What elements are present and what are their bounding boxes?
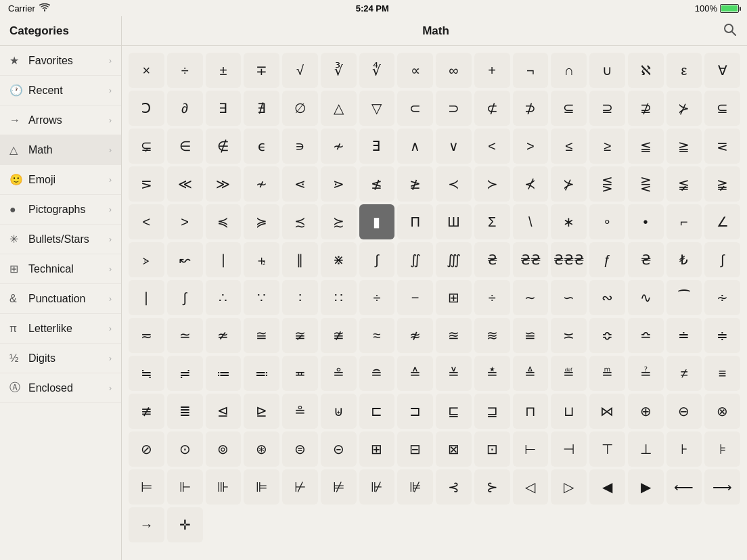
symbol-cell-r7c8[interactable]: ≂ [129, 318, 164, 353]
symbol-cell-r0c13[interactable]: ℵ [628, 53, 664, 88]
symbol-cell-r8c8[interactable]: ≑ [704, 318, 740, 353]
symbol-cell-r9c12[interactable]: ⊴ [206, 394, 242, 429]
symbol-cell-r12c12[interactable]: ⟶ [704, 469, 740, 505]
symbol-cell-r4c1[interactable]: ⋛ [628, 166, 664, 202]
symbol-cell-r8c11[interactable]: ≔ [206, 356, 242, 391]
symbol-cell-r8c14[interactable]: ≗ [321, 356, 357, 391]
symbol-cell-r7c10[interactable]: ≄ [206, 318, 242, 353]
symbol-cell-r2c8[interactable]: Ǝ [359, 129, 395, 164]
symbol-cell-r10c6[interactable]: ⊔ [551, 394, 587, 429]
symbol-cell-r7c3[interactable]: ∽ [551, 280, 587, 315]
symbol-cell-r9c3[interactable]: ≛ [474, 356, 510, 391]
symbol-cell-r1c10[interactable]: ⊄ [474, 91, 510, 126]
symbol-cell-r11c12[interactable]: ⊨ [129, 469, 164, 505]
sidebar-item-digits[interactable]: ½ Digits › [0, 344, 121, 373]
symbol-cell-r3c14[interactable]: ⊁ [551, 166, 587, 202]
symbol-cell-r6c5[interactable]: ₺ [666, 242, 702, 277]
symbol-cell-r0c0[interactable]: × [129, 53, 164, 88]
symbol-cell-r5c9[interactable]: ⨧ [244, 242, 279, 277]
sidebar-item-pictographs[interactable]: ● Pictographs › [0, 195, 121, 225]
sidebar-item-math[interactable]: △ Math › [0, 135, 121, 165]
symbol-cell-r7c4[interactable]: ∾ [589, 280, 625, 315]
symbol-cell-r5c11[interactable]: ⋇ [321, 242, 357, 277]
sidebar-item-arrows[interactable]: → Arrows › [0, 106, 121, 135]
symbol-cell-r2c4[interactable]: ∉ [206, 129, 242, 164]
symbol-cell-r7c1[interactable]: ÷ [474, 280, 510, 315]
symbol-cell-r6c6[interactable]: ∫ [704, 242, 740, 277]
symbol-cell-r8c9[interactable]: ≒ [129, 356, 164, 391]
symbol-cell-r8c10[interactable]: ≓ [167, 356, 203, 391]
symbol-cell-r0c1[interactable]: ÷ [167, 53, 203, 88]
symbol-cell-r7c7[interactable]: ∻ [704, 280, 740, 315]
symbol-cell-r6c10[interactable]: ∵ [244, 280, 279, 315]
symbol-cell-r6c0[interactable]: ₴ [474, 242, 510, 277]
symbol-cell-r0c14[interactable]: ε [666, 53, 702, 88]
symbol-cell-r11c0[interactable]: ⊜ [282, 431, 318, 467]
symbol-cell-r12c2[interactable]: ⊭ [321, 469, 357, 505]
sidebar-item-bullets-stars[interactable]: ✳ Bullets/Stars › [0, 225, 121, 254]
symbol-cell-r3c11[interactable]: ≺ [436, 166, 472, 202]
symbol-cell-r1c3[interactable]: ∃ [206, 91, 242, 126]
symbol-cell-r1c6[interactable]: △ [321, 91, 357, 126]
symbol-cell-r4c7[interactable]: ≽ [244, 204, 279, 239]
symbol-cell-r9c5[interactable]: ≝ [551, 356, 587, 391]
symbol-cell-r0c3[interactable]: ∓ [244, 53, 279, 88]
symbol-cell-r3c8[interactable]: ⋗ [321, 166, 357, 202]
symbol-cell-r5c7[interactable]: ↜ [167, 242, 203, 277]
symbol-cell-r10c1[interactable]: ⊏ [359, 394, 395, 429]
symbol-cell-r6c8[interactable]: ∫ [167, 280, 203, 315]
symbol-cell-r2c9[interactable]: ∧ [397, 129, 433, 164]
symbol-cell-r2c14[interactable]: ≥ [589, 129, 625, 164]
sidebar-item-favorites[interactable]: ★ Favorites › [0, 46, 121, 76]
symbol-cell-r2c6[interactable]: ∍ [282, 129, 318, 164]
sidebar-item-letterlike[interactable]: π Letterlike › [0, 314, 121, 344]
sidebar-item-enclosed[interactable]: Ⓐ Enclosed › [0, 373, 121, 403]
symbol-cell-r5c13[interactable]: ∬ [397, 242, 433, 277]
symbol-cell-r11c5[interactable]: ⊡ [474, 431, 510, 467]
symbol-cell-r7c2[interactable]: ∼ [513, 280, 549, 315]
symbol-cell-r5c6[interactable]: ⦠ [129, 242, 164, 277]
symbol-cell-r1c5[interactable]: ∅ [282, 91, 318, 126]
symbol-cell-r10c10[interactable]: ⊗ [704, 394, 740, 429]
symbol-cell-r11c1[interactable]: ⊝ [321, 431, 357, 467]
symbol-cell-r1c1[interactable]: Ͻ [129, 91, 164, 126]
symbol-cell-r12c11[interactable]: ⟵ [666, 469, 702, 505]
symbol-cell-r0c7[interactable]: ∝ [397, 53, 433, 88]
symbol-cell-r0c12[interactable]: ∪ [589, 53, 625, 88]
symbol-cell-r7c14[interactable]: ≈ [359, 318, 395, 353]
symbol-cell-r1c13[interactable]: ⊇ [589, 91, 625, 126]
symbol-cell-r4c12[interactable]: Ш [436, 204, 472, 239]
symbol-cell-r10c8[interactable]: ⊕ [628, 394, 664, 429]
symbol-cell-r5c10[interactable]: ∥ [282, 242, 318, 277]
symbol-cell-r3c10[interactable]: ≱ [397, 166, 433, 202]
symbol-cell-r1c7[interactable]: ▽ [359, 91, 395, 126]
symbol-cell-r3c6[interactable]: ≁ [244, 166, 279, 202]
symbol-cell-r9c9[interactable]: ≡ [704, 356, 740, 391]
symbol-cell-r0c2[interactable]: ± [206, 53, 242, 88]
symbol-cell-r7c13[interactable]: ≇ [321, 318, 357, 353]
symbol-cell-r2c13[interactable]: ≤ [551, 129, 587, 164]
symbol-cell-r11c6[interactable]: ⊢ [513, 431, 549, 467]
sidebar-item-recent[interactable]: 🕐 Recent › [0, 76, 121, 106]
symbol-cell-r2c2[interactable]: ⊊ [129, 129, 164, 164]
symbol-cell-r6c11[interactable]: ∶ [282, 280, 318, 315]
symbol-cell-r4c8[interactable]: ≾ [282, 204, 318, 239]
symbol-cell-r12c4[interactable]: ⊯ [397, 469, 433, 505]
symbol-cell-r12c1[interactable]: ⊬ [282, 469, 318, 505]
symbol-cell-r2c1[interactable]: ⊆ [704, 91, 740, 126]
symbol-cell-r4c11[interactable]: Π [397, 204, 433, 239]
symbol-cell-r7c0[interactable]: ⊞ [436, 280, 472, 315]
symbol-cell-r2c12[interactable]: > [513, 129, 549, 164]
symbol-cell-r2c3[interactable]: ∈ [167, 129, 203, 164]
symbol-cell-r8c3[interactable]: ≌ [513, 318, 549, 353]
symbol-cell-r12c0[interactable]: ⊫ [244, 469, 279, 505]
symbol-cell-r2c11[interactable]: < [474, 129, 510, 164]
symbol-cell-r1c11[interactable]: ⊅ [513, 91, 549, 126]
symbol-cell-r11c4[interactable]: ⊠ [436, 431, 472, 467]
symbol-cell-r9c10[interactable]: ≢ [129, 394, 164, 429]
symbol-cell-r1c2[interactable]: ∂ [167, 91, 203, 126]
symbol-cell-r9c6[interactable]: ≞ [589, 356, 625, 391]
symbol-cell-r4c10[interactable]: ▮ [359, 204, 395, 239]
symbol-cell-r9c4[interactable]: ≜ [513, 356, 549, 391]
symbol-cell-r5c3[interactable]: • [628, 204, 664, 239]
